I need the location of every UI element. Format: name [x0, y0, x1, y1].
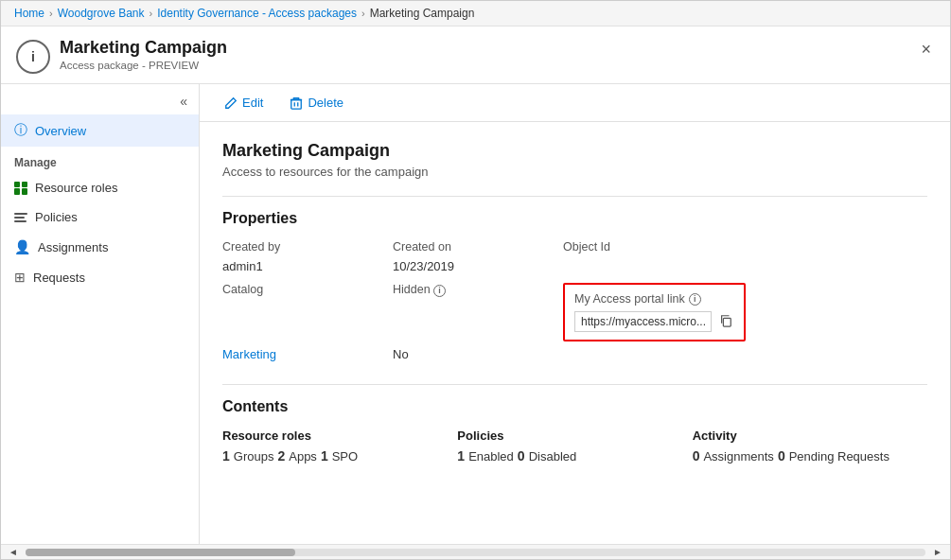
breadcrumb: Home › Woodgrove Bank › Identity Governa… [1, 1, 950, 26]
activity-col: Activity 0 Assignments 0 Pending Request… [693, 429, 927, 464]
pending-unit: Pending Requests [789, 449, 889, 464]
portal-link-input-row [574, 311, 734, 332]
sidebar-resource-roles-label: Resource roles [35, 181, 117, 195]
scrollbar-area: ◄ ► [1, 544, 950, 559]
spo-count: 1 [321, 448, 328, 464]
portal-link-box: My Access portal link i [563, 283, 746, 341]
portal-link-col: My Access portal link i [563, 283, 927, 347]
sidebar-item-assignments[interactable]: 👤 Assignments [1, 232, 199, 262]
contents-section-title: Contents [222, 398, 927, 415]
main-layout: « ⓘ Overview Manage Resource roles [1, 84, 950, 544]
collapse-button[interactable]: « [176, 92, 191, 111]
policies-col: Policies 1 Enabled 0 Disabled [457, 429, 692, 464]
portal-link-value-placeholder [563, 347, 927, 371]
policies-col-label: Policies [457, 429, 692, 443]
sidebar-requests-label: Requests [33, 271, 85, 285]
scroll-left-button[interactable]: ◄ [5, 547, 22, 557]
close-button[interactable]: × [915, 38, 937, 61]
page-description: Access to resources for the campaign [222, 165, 927, 179]
created-on-label: Created on [393, 240, 563, 259]
page-title: Marketing Campaign [222, 141, 927, 161]
portal-link-input[interactable] [574, 311, 712, 332]
assignments-icon: 👤 [14, 239, 30, 254]
sidebar-overview-label: Overview [35, 124, 86, 138]
object-id-label: Object Id [563, 240, 927, 259]
activity-col-label: Activity [693, 429, 927, 443]
created-by-label: Created by [222, 240, 393, 259]
sep2: › [150, 8, 153, 19]
catalog-label: Catalog [222, 283, 393, 347]
edit-label: Edit [242, 96, 263, 110]
policies-icon [14, 213, 27, 222]
header-text: Marketing Campaign Access package - PREV… [60, 38, 227, 71]
divider-2 [222, 384, 927, 385]
divider-1 [222, 196, 927, 197]
sidebar-item-overview[interactable]: ⓘ Overview [1, 114, 199, 147]
delete-label: Delete [308, 96, 343, 110]
apps-unit: Apps [289, 449, 317, 464]
properties-section-title: Properties [222, 210, 927, 227]
sidebar-policies-label: Policies [35, 210, 78, 224]
scroll-right-button[interactable]: ► [929, 547, 946, 557]
apps-count: 2 [277, 448, 285, 464]
sidebar-item-requests[interactable]: ⊞ Requests [1, 262, 199, 292]
groups-count: 1 [222, 448, 230, 464]
properties-grid: Created by Created on Object Id admin1 1… [222, 240, 927, 371]
inner-content: Marketing Campaign Access to resources f… [200, 122, 950, 482]
breadcrumb-governance[interactable]: Identity Governance - Access packages [157, 7, 357, 20]
edit-button[interactable]: Edit [219, 92, 269, 114]
panel-subtitle: Access package - PREVIEW [60, 60, 227, 71]
sidebar-item-resource-roles[interactable]: Resource roles [1, 173, 199, 202]
resource-roles-col-value: 1 Groups 2 Apps 1 SPO [222, 448, 457, 464]
copy-icon [719, 314, 732, 327]
resource-roles-icon [14, 182, 27, 195]
object-id-value [563, 259, 927, 283]
resource-roles-col-label: Resource roles [222, 429, 457, 443]
catalog-link[interactable]: Marketing [222, 347, 276, 361]
svg-rect-1 [723, 318, 731, 326]
panel-header: i Marketing Campaign Access package - PR… [1, 26, 950, 84]
header-icon: i [16, 40, 50, 74]
content-area: Edit Delete Marketing Campaign Access to… [200, 84, 950, 544]
spo-unit: SPO [332, 449, 358, 464]
delete-button[interactable]: Delete [284, 92, 349, 114]
main-window: Home › Woodgrove Bank › Identity Governa… [0, 0, 951, 560]
scroll-track [26, 549, 925, 556]
assignments-unit: Assignments [703, 449, 773, 464]
sidebar-manage-label: Manage [1, 147, 199, 173]
delete-icon [290, 96, 303, 110]
policies-col-value: 1 Enabled 0 Disabled [457, 448, 692, 464]
hidden-value: No [393, 347, 563, 371]
hidden-info-icon[interactable]: i [433, 285, 446, 297]
sidebar-item-policies[interactable]: Policies [1, 202, 199, 232]
edit-icon [224, 96, 238, 110]
hidden-label: Hidden i [393, 283, 563, 347]
disabled-unit: Disabled [529, 449, 577, 464]
enabled-count: 1 [457, 448, 465, 464]
requests-icon: ⊞ [14, 270, 26, 285]
scroll-thumb [26, 549, 295, 556]
sidebar: « ⓘ Overview Manage Resource roles [1, 84, 200, 544]
groups-unit: Groups [234, 449, 274, 464]
portal-link-label: My Access portal link i [574, 292, 734, 306]
portal-link-info-icon[interactable]: i [689, 293, 701, 306]
copy-link-button[interactable] [717, 312, 734, 332]
activity-col-value: 0 Assignments 0 Pending Requests [693, 448, 927, 464]
svg-rect-0 [291, 99, 302, 109]
resource-roles-col: Resource roles 1 Groups 2 Apps 1 SPO [222, 429, 457, 464]
assignments-count: 0 [693, 448, 700, 464]
sidebar-collapse-row: « [1, 88, 199, 114]
sep1: › [49, 8, 53, 19]
sep3: › [361, 8, 365, 19]
disabled-count: 0 [518, 448, 525, 464]
created-by-value: admin1 [222, 259, 393, 283]
pending-count: 0 [778, 448, 785, 464]
breadcrumb-home[interactable]: Home [14, 7, 44, 20]
breadcrumb-bank[interactable]: Woodgrove Bank [58, 7, 145, 20]
contents-grid: Resource roles 1 Groups 2 Apps 1 SPO Pol… [222, 429, 927, 464]
overview-icon: ⓘ [14, 122, 27, 139]
catalog-value: Marketing [222, 347, 393, 371]
breadcrumb-current: Marketing Campaign [370, 7, 475, 20]
panel-title: Marketing Campaign [60, 38, 227, 58]
created-on-value: 10/23/2019 [393, 259, 563, 283]
